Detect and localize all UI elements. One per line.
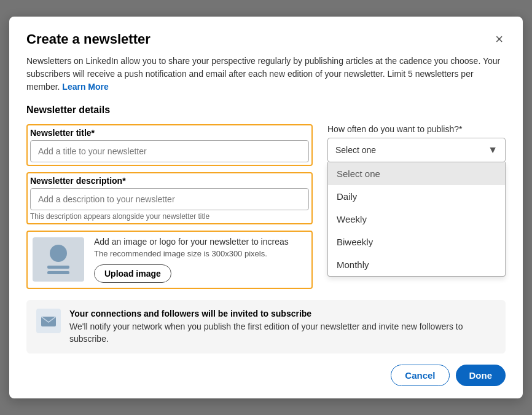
dropdown-item-biweekly[interactable]: Biweekly bbox=[328, 231, 505, 253]
notification-section: Your connections and followers will be i… bbox=[26, 300, 506, 354]
publish-label: How often do you want to publish?* bbox=[327, 124, 506, 134]
description-label: Newsletter description* bbox=[30, 176, 309, 186]
modal-header: Create a newsletter × bbox=[26, 31, 506, 47]
line-icon-2 bbox=[47, 271, 69, 274]
select-wrapper: Select one ▼ Select one Daily Weekly Biw… bbox=[327, 138, 506, 162]
close-button[interactable]: × bbox=[493, 31, 506, 47]
chevron-down-icon: ▼ bbox=[488, 144, 498, 156]
upload-image-button[interactable]: Upload image bbox=[94, 264, 171, 283]
dropdown-menu: Select one Daily Weekly Biweekly Monthly bbox=[327, 162, 506, 277]
avatar-icon bbox=[50, 245, 67, 262]
description-field-group: Newsletter description* This description… bbox=[26, 172, 313, 224]
done-button[interactable]: Done bbox=[456, 365, 506, 386]
modal-footer: Cancel Done bbox=[26, 365, 506, 386]
cancel-button[interactable]: Cancel bbox=[391, 365, 449, 386]
form-left: Newsletter title* Newsletter description… bbox=[26, 124, 313, 289]
title-input[interactable] bbox=[30, 140, 309, 162]
notification-icon bbox=[36, 309, 61, 333]
form-right: How often do you want to publish?* Selec… bbox=[327, 124, 506, 289]
section-label: Newsletter details bbox=[26, 105, 506, 116]
dropdown-item-monthly[interactable]: Monthly bbox=[328, 253, 505, 276]
notification-description: We'll notify your network when you publi… bbox=[69, 321, 496, 345]
create-newsletter-modal: Create a newsletter × Newsletters on Lin… bbox=[9, 17, 523, 398]
title-field-group: Newsletter title* bbox=[26, 124, 313, 166]
image-upload-hint: The recommended image size is 300x300 pi… bbox=[94, 249, 307, 258]
envelope-icon bbox=[40, 312, 57, 330]
title-label: Newsletter title* bbox=[30, 128, 309, 138]
notification-title: Your connections and followers will be i… bbox=[69, 309, 496, 318]
notification-text-block: Your connections and followers will be i… bbox=[69, 309, 496, 345]
dropdown-item-daily[interactable]: Daily bbox=[328, 185, 505, 208]
image-upload-section: Add an image or logo for your newsletter… bbox=[26, 231, 313, 289]
modal-description: Newsletters on LinkedIn allow you to sha… bbox=[26, 55, 506, 93]
learn-more-link[interactable]: Learn More bbox=[62, 82, 108, 92]
image-upload-text: Add an image or logo for your newsletter… bbox=[94, 237, 307, 247]
modal-overlay: Create a newsletter × Newsletters on Lin… bbox=[0, 0, 532, 415]
dropdown-item-select-one[interactable]: Select one bbox=[328, 162, 505, 185]
lines-icon bbox=[47, 266, 69, 274]
description-input[interactable] bbox=[30, 188, 309, 210]
line-icon-1 bbox=[47, 266, 69, 269]
image-placeholder bbox=[33, 237, 84, 282]
form-row: Newsletter title* Newsletter description… bbox=[26, 124, 506, 289]
modal-title: Create a newsletter bbox=[26, 31, 151, 47]
publish-frequency-select[interactable]: Select one ▼ bbox=[327, 138, 506, 162]
description-hint: This description appears alongside your … bbox=[30, 212, 309, 221]
select-value: Select one bbox=[335, 145, 376, 155]
image-upload-content: Add an image or logo for your newsletter… bbox=[94, 237, 307, 283]
dropdown-item-weekly[interactable]: Weekly bbox=[328, 208, 505, 231]
